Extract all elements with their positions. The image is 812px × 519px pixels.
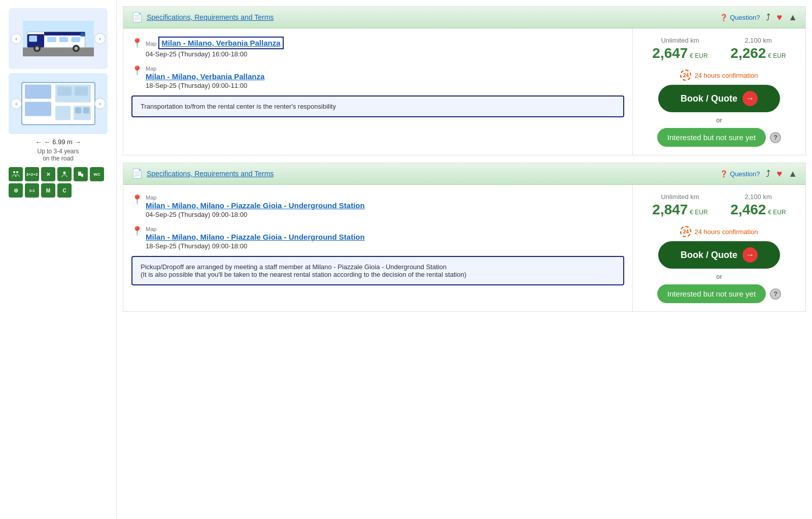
pickup-link-1[interactable]: Milan - Milano, Verbania Pallanza <box>158 37 283 49</box>
interested-btn-1[interactable]: Interested but not sure yet <box>657 128 766 147</box>
svg-rect-4 <box>29 36 37 42</box>
interested-label-1: Interested but not sure yet <box>667 133 756 142</box>
collapse-icon-2[interactable]: ▲ <box>788 169 797 179</box>
photo-next-arrow[interactable]: › <box>94 33 106 44</box>
doc-icon-2: 📄 <box>131 168 143 179</box>
pickup-info-1: Map Milan - Milano, Verbania Pallanza 04… <box>146 37 624 58</box>
vehicle-size: ← ← 6.99 m → <box>36 138 81 146</box>
svg-rect-16 <box>25 85 51 99</box>
book-btn-1[interactable]: Book / Quote → <box>658 85 780 112</box>
book-label-1: Book / Quote <box>681 93 737 104</box>
question-icon-1: ❓ <box>720 14 728 21</box>
vehicle-photo: ‹ <box>9 8 108 69</box>
icon-03: 0-3 <box>25 183 39 198</box>
arrow-left: ← <box>36 138 42 146</box>
question-btn-1[interactable]: ❓ Question? <box>720 14 760 21</box>
icon-m: M <box>41 183 55 198</box>
limited-label-1: 2,100 km <box>730 37 786 44</box>
collapse-icon-1[interactable]: ▲ <box>788 12 797 23</box>
conf-circle-2: 24 <box>680 226 691 237</box>
svg-rect-8 <box>71 37 80 43</box>
limited-km-1: 2,100 km 2,262 € EUR <box>730 37 786 61</box>
svg-point-27 <box>63 172 66 174</box>
floorplan-prev-arrow[interactable]: ‹ <box>11 98 22 109</box>
svg-rect-7 <box>59 37 68 43</box>
question-label-1: Question? <box>730 14 760 21</box>
unlimited-currency-2: € EUR <box>690 209 707 216</box>
card-header-left-2: 📄 Specifications, Requirements and Terms <box>131 168 274 179</box>
book-btn-2[interactable]: Book / Quote → <box>658 241 780 269</box>
limited-price-2: 2,462 <box>730 202 766 217</box>
icon-people-b <box>57 167 72 181</box>
svg-point-12 <box>74 47 78 50</box>
specs-link-1[interactable]: Specifications, Requirements and Terms <box>147 13 274 21</box>
dropoff-row-2: 📍 Map Milan - Milano, Milano - Piazzale … <box>131 224 624 250</box>
svg-rect-29 <box>81 174 83 177</box>
listing-card-1: 📄 Specifications, Requirements and Terms… <box>123 6 806 155</box>
unlimited-currency-1: € EUR <box>690 52 707 59</box>
limited-currency-1: € EUR <box>768 52 786 59</box>
pickup-location-icon-1: 📍 <box>131 38 143 49</box>
unlimited-label-1: Unlimited km <box>652 37 707 44</box>
heart-icon-2[interactable]: ♥ <box>776 169 782 179</box>
specs-link-2[interactable]: Specifications, Requirements and Terms <box>147 170 274 178</box>
confirmation-badge-2: 24 24 hours confirmation <box>680 226 758 237</box>
card-body-1: 📍 Map Milan - Milano, Verbania Pallanza … <box>123 28 805 155</box>
limited-currency-2: € EUR <box>768 209 786 216</box>
share-icon-1[interactable]: ⤴ <box>766 12 770 23</box>
dropoff-datetime-1: 18-Sep-25 (Thursday) 09:00-11:00 <box>146 82 624 89</box>
card-header-left-1: 📄 Specifications, Requirements and Terms <box>131 12 274 23</box>
conf-circle-1: 24 <box>680 70 691 81</box>
or-text-2: or <box>716 273 722 280</box>
dropoff-map-label-2: Map <box>146 226 156 232</box>
question-btn-2[interactable]: ❓ Question? <box>720 170 760 178</box>
limited-price-1: 2,262 <box>730 45 766 61</box>
pickup-info-2: Map Milan - Milano, Milano - Piazzale Gi… <box>146 193 624 218</box>
svg-rect-19 <box>57 87 72 96</box>
unlimited-label-2: Unlimited km <box>652 193 707 201</box>
icon-c: ⚙ <box>9 183 23 198</box>
transport-note-2: Pickup/Dropoff are arranged by meeting a… <box>131 256 624 285</box>
dropoff-link-1[interactable]: Milan - Milano, Verbania Pallanza <box>146 72 624 81</box>
svg-rect-17 <box>25 102 51 116</box>
sidebar: ‹ <box>0 0 117 519</box>
dropoff-datetime-2: 18-Sep-25 (Thursday) 09:00-18:00 <box>146 242 624 250</box>
pickup-row-1: 📍 Map Milan - Milano, Verbania Pallanza … <box>131 37 624 58</box>
floorplan-illustration <box>18 78 99 129</box>
svg-rect-5 <box>44 32 85 36</box>
icon-passengers <box>9 167 23 181</box>
interested-help-icon-1[interactable]: ? <box>770 132 781 143</box>
interested-help-icon-2[interactable]: ? <box>770 288 781 300</box>
dropoff-row-1: 📍 Map Milan - Milano, Verbania Pallanza … <box>131 64 624 89</box>
dropoff-link-2[interactable]: Milan - Milano, Milano - Piazzale Gioia … <box>146 233 624 241</box>
book-arrow-1: → <box>742 91 758 106</box>
card-header-1: 📄 Specifications, Requirements and Terms… <box>123 7 805 28</box>
share-icon-2[interactable]: ⤴ <box>766 169 770 179</box>
pickup-link-2[interactable]: Milan - Milano, Milano - Piazzale Gioia … <box>146 201 624 210</box>
svg-point-26 <box>16 171 18 173</box>
svg-rect-28 <box>78 172 81 176</box>
icon-c2: C <box>57 183 72 198</box>
heart-icon-1[interactable]: ♥ <box>776 12 782 23</box>
main-content: 📄 Specifications, Requirements and Terms… <box>117 0 812 519</box>
interested-label-2: Interested but not sure yet <box>667 289 756 298</box>
book-arrow-2: → <box>742 247 758 263</box>
vehicle-illustration <box>23 18 94 59</box>
pickup-datetime-1: 04-Sep-25 (Thursday) 16:00-18:00 <box>146 50 624 58</box>
limited-km-2: 2,100 km 2,462 € EUR <box>730 193 786 218</box>
dropoff-map-label-1: Map <box>146 66 156 72</box>
photo-prev-arrow[interactable]: ‹ <box>11 33 22 44</box>
pickup-map-label-1: Map <box>146 41 156 47</box>
confirmation-label-2: 24 hours confirmation <box>694 228 758 236</box>
interested-btn-2[interactable]: Interested but not sure yet <box>657 284 766 303</box>
doc-icon-1: 📄 <box>131 12 143 23</box>
book-label-2: Book / Quote <box>681 250 737 261</box>
svg-rect-6 <box>47 37 56 43</box>
unlimited-price-2: 2,847 <box>652 202 688 217</box>
icon-seat <box>74 167 88 181</box>
dropoff-info-2: Map Milan - Milano, Milano - Piazzale Gi… <box>146 224 624 250</box>
icon-x: ✕ <box>41 167 55 181</box>
pickup-map-label-2: Map <box>146 194 156 201</box>
floorplan-next-arrow[interactable]: › <box>94 98 106 109</box>
card-header-right-1: ❓ Question? ⤴ ♥ ▲ <box>720 12 797 23</box>
